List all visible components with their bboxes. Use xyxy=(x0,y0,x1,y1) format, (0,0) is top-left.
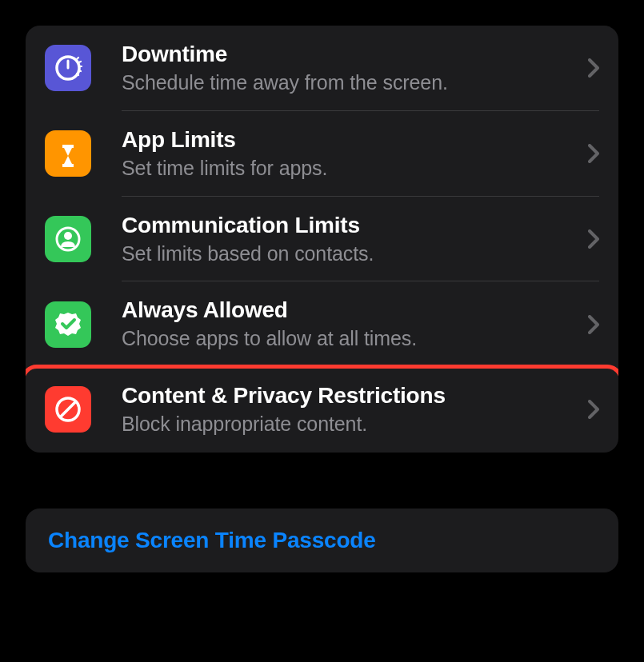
row-subtitle: Block inappropriate content. xyxy=(122,411,578,438)
row-title: Downtime xyxy=(122,40,578,68)
svg-point-8 xyxy=(64,232,72,240)
chevron-right-icon xyxy=(588,315,599,334)
downtime-icon xyxy=(45,45,91,91)
row-subtitle: Choose apps to allow at all times. xyxy=(122,325,578,353)
communication-limits-icon xyxy=(45,216,91,262)
svg-line-6 xyxy=(77,74,78,75)
app-limits-row[interactable]: App Limits Set time limits for apps. xyxy=(26,111,618,197)
chevron-right-icon xyxy=(588,400,599,419)
downtime-row[interactable]: Downtime Schedule time away from the scr… xyxy=(26,26,618,111)
button-label: Change Screen Time Passcode xyxy=(48,528,596,553)
svg-line-5 xyxy=(79,70,82,71)
row-subtitle: Set limits based on contacts. xyxy=(122,241,578,268)
screen-time-settings-group: Downtime Schedule time away from the scr… xyxy=(26,26,618,453)
always-allowed-icon xyxy=(45,301,91,348)
row-subtitle: Set time limits for apps. xyxy=(122,155,578,182)
chevron-right-icon xyxy=(588,144,599,163)
chevron-right-icon xyxy=(588,58,599,78)
svg-line-3 xyxy=(79,62,82,62)
row-title: Content & Privacy Restrictions xyxy=(122,381,578,409)
change-passcode-button[interactable]: Change Screen Time Passcode xyxy=(26,508,618,572)
svg-line-10 xyxy=(60,401,76,417)
svg-line-2 xyxy=(77,58,78,59)
content-privacy-icon xyxy=(45,386,91,433)
row-title: Always Allowed xyxy=(122,296,578,324)
content-privacy-row[interactable]: Content & Privacy Restrictions Block ina… xyxy=(26,367,618,453)
always-allowed-row[interactable]: Always Allowed Choose apps to allow at a… xyxy=(26,281,618,367)
communication-limits-row[interactable]: Communication Limits Set limits based on… xyxy=(26,197,618,282)
app-limits-icon xyxy=(45,130,91,177)
row-title: App Limits xyxy=(122,126,578,154)
chevron-right-icon xyxy=(588,229,599,249)
row-title: Communication Limits xyxy=(122,211,578,239)
row-subtitle: Schedule time away from the screen. xyxy=(122,70,578,97)
